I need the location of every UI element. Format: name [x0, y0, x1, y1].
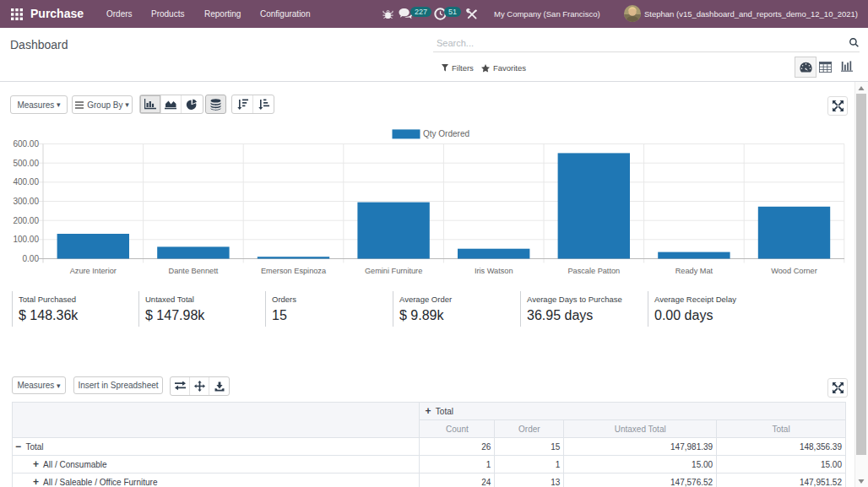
svg-text:Ready Mat: Ready Mat [675, 267, 713, 275]
svg-text:300.00: 300.00 [13, 197, 39, 206]
svg-text:100.00: 100.00 [13, 235, 39, 244]
svg-text:Wood Corner: Wood Corner [771, 267, 816, 275]
svg-text:400.00: 400.00 [13, 177, 39, 187]
svg-text:Gemini Furniture: Gemini Furniture [365, 267, 422, 275]
svg-text:600.00: 600.00 [13, 139, 39, 149]
svg-text:Iris Watson: Iris Watson [475, 267, 513, 275]
svg-text:Emerson Espinoza: Emerson Espinoza [261, 267, 327, 275]
svg-text:500.00: 500.00 [13, 159, 39, 168]
svg-text:Qty Ordered: Qty Ordered [423, 129, 469, 138]
svg-text:200.00: 200.00 [13, 216, 39, 225]
svg-text:Azure Interior: Azure Interior [70, 267, 117, 275]
svg-text:Dante Bennett: Dante Bennett [169, 267, 219, 275]
svg-text:Pascale Patton: Pascale Patton [567, 267, 620, 275]
svg-text:0.00: 0.00 [23, 254, 40, 263]
